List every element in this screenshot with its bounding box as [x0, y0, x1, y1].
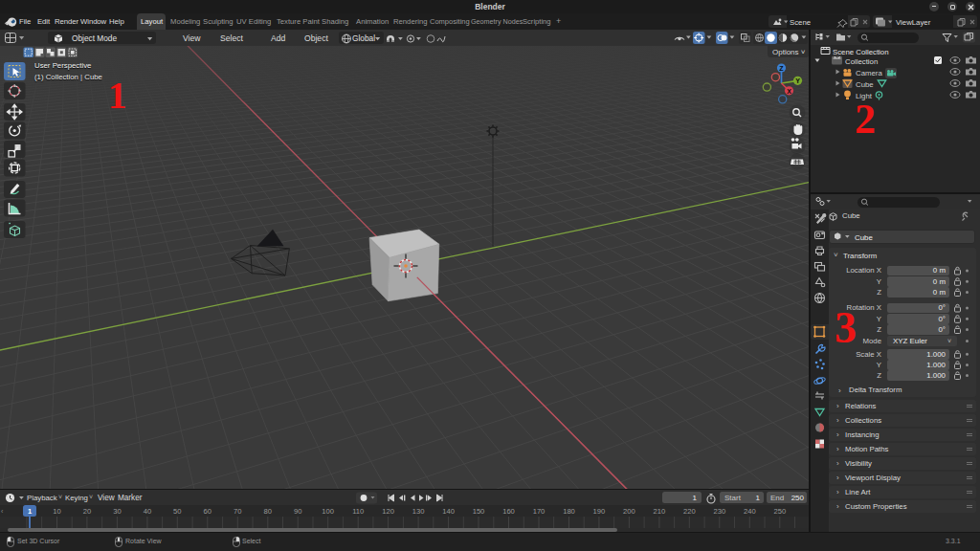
svg-text:X: X — [787, 88, 791, 95]
svg-text:Y: Y — [795, 77, 800, 84]
svg-text:Z: Z — [779, 65, 784, 72]
